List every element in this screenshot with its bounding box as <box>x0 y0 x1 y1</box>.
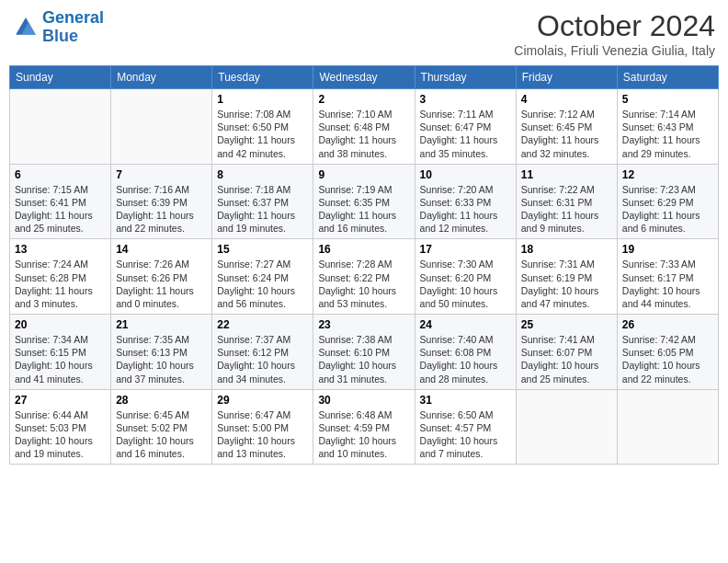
day-number: 9 <box>318 168 409 181</box>
calendar-cell: 6Sunrise: 7:15 AMSunset: 6:41 PMDaylight… <box>10 164 111 239</box>
day-number: 27 <box>15 394 106 407</box>
calendar-cell: 31Sunrise: 6:50 AMSunset: 4:57 PMDayligh… <box>415 389 516 465</box>
location-subtitle: Cimolais, Friuli Venezia Giulia, Italy <box>514 43 715 58</box>
column-header-saturday: Saturday <box>617 66 718 89</box>
day-number: 1 <box>217 93 308 106</box>
calendar-cell: 18Sunrise: 7:31 AMSunset: 6:19 PMDayligh… <box>516 239 617 315</box>
calendar-cell: 22Sunrise: 7:37 AMSunset: 6:12 PMDayligh… <box>212 315 313 390</box>
day-info: Sunrise: 7:08 AMSunset: 6:50 PMDaylight:… <box>217 108 308 160</box>
day-info: Sunrise: 6:47 AMSunset: 5:00 PMDaylight:… <box>217 408 308 461</box>
day-number: 13 <box>15 243 106 256</box>
calendar-cell: 21Sunrise: 7:35 AMSunset: 6:13 PMDayligh… <box>111 315 212 390</box>
day-number: 22 <box>217 318 308 331</box>
day-number: 21 <box>116 318 207 331</box>
day-number: 12 <box>622 168 713 181</box>
day-number: 19 <box>622 243 713 256</box>
calendar-cell: 14Sunrise: 7:26 AMSunset: 6:26 PMDayligh… <box>111 239 212 315</box>
calendar-cell: 3Sunrise: 7:11 AMSunset: 6:47 PMDaylight… <box>415 89 516 165</box>
calendar-cell: 8Sunrise: 7:18 AMSunset: 6:37 PMDaylight… <box>212 164 313 239</box>
logo-icon <box>13 15 39 40</box>
calendar-cell <box>617 389 718 465</box>
column-header-tuesday: Tuesday <box>212 66 313 89</box>
calendar-cell <box>111 89 212 165</box>
day-info: Sunrise: 7:37 AMSunset: 6:12 PMDaylight:… <box>217 333 308 385</box>
day-info: Sunrise: 7:18 AMSunset: 6:37 PMDaylight:… <box>217 183 308 236</box>
day-number: 3 <box>420 93 511 106</box>
month-title: October 2024 <box>514 9 715 43</box>
day-number: 30 <box>318 394 409 407</box>
logo: General Blue <box>13 9 104 46</box>
column-header-sunday: Sunday <box>10 66 111 89</box>
calendar-header-row: SundayMondayTuesdayWednesdayThursdayFrid… <box>10 66 719 89</box>
day-info: Sunrise: 6:45 AMSunset: 5:02 PMDaylight:… <box>116 408 207 461</box>
day-number: 24 <box>420 318 511 331</box>
column-header-thursday: Thursday <box>415 66 516 89</box>
calendar-cell: 9Sunrise: 7:19 AMSunset: 6:35 PMDaylight… <box>313 164 415 239</box>
calendar-week-row: 1Sunrise: 7:08 AMSunset: 6:50 PMDaylight… <box>10 89 719 165</box>
day-number: 10 <box>420 168 511 181</box>
calendar-cell: 30Sunrise: 6:48 AMSunset: 4:59 PMDayligh… <box>313 389 415 465</box>
calendar-cell: 19Sunrise: 7:33 AMSunset: 6:17 PMDayligh… <box>617 239 718 315</box>
day-info: Sunrise: 7:27 AMSunset: 6:24 PMDaylight:… <box>217 258 308 310</box>
day-number: 11 <box>521 168 612 181</box>
day-number: 14 <box>116 243 207 256</box>
day-info: Sunrise: 7:12 AMSunset: 6:45 PMDaylight:… <box>521 108 612 160</box>
day-info: Sunrise: 7:31 AMSunset: 6:19 PMDaylight:… <box>521 258 612 310</box>
column-header-friday: Friday <box>516 66 617 89</box>
day-number: 15 <box>217 243 308 256</box>
day-info: Sunrise: 6:50 AMSunset: 4:57 PMDaylight:… <box>420 408 511 461</box>
day-info: Sunrise: 7:19 AMSunset: 6:35 PMDaylight:… <box>318 183 409 236</box>
calendar-cell: 12Sunrise: 7:23 AMSunset: 6:29 PMDayligh… <box>617 164 718 239</box>
day-number: 5 <box>622 93 713 106</box>
day-info: Sunrise: 7:15 AMSunset: 6:41 PMDaylight:… <box>15 183 106 236</box>
calendar-cell: 20Sunrise: 7:34 AMSunset: 6:15 PMDayligh… <box>10 315 111 390</box>
calendar-cell: 15Sunrise: 7:27 AMSunset: 6:24 PMDayligh… <box>212 239 313 315</box>
calendar-cell: 27Sunrise: 6:44 AMSunset: 5:03 PMDayligh… <box>10 389 111 465</box>
day-info: Sunrise: 7:33 AMSunset: 6:17 PMDaylight:… <box>622 258 713 310</box>
calendar-cell: 10Sunrise: 7:20 AMSunset: 6:33 PMDayligh… <box>415 164 516 239</box>
day-number: 28 <box>116 394 207 407</box>
day-info: Sunrise: 7:35 AMSunset: 6:13 PMDaylight:… <box>116 333 207 385</box>
calendar-cell: 5Sunrise: 7:14 AMSunset: 6:43 PMDaylight… <box>617 89 718 165</box>
day-number: 2 <box>318 93 409 106</box>
logo-line2: Blue <box>42 27 78 45</box>
logo-text: General Blue <box>42 9 104 46</box>
day-info: Sunrise: 7:24 AMSunset: 6:28 PMDaylight:… <box>15 258 106 310</box>
calendar-week-row: 20Sunrise: 7:34 AMSunset: 6:15 PMDayligh… <box>10 315 719 390</box>
day-info: Sunrise: 7:40 AMSunset: 6:08 PMDaylight:… <box>420 333 511 385</box>
day-info: Sunrise: 7:28 AMSunset: 6:22 PMDaylight:… <box>318 258 409 310</box>
day-info: Sunrise: 7:22 AMSunset: 6:31 PMDaylight:… <box>521 183 612 236</box>
day-info: Sunrise: 7:38 AMSunset: 6:10 PMDaylight:… <box>318 333 409 385</box>
day-info: Sunrise: 7:42 AMSunset: 6:05 PMDaylight:… <box>622 333 713 385</box>
day-info: Sunrise: 7:20 AMSunset: 6:33 PMDaylight:… <box>420 183 511 236</box>
calendar-cell: 13Sunrise: 7:24 AMSunset: 6:28 PMDayligh… <box>10 239 111 315</box>
column-header-monday: Monday <box>111 66 212 89</box>
calendar-week-row: 13Sunrise: 7:24 AMSunset: 6:28 PMDayligh… <box>10 239 719 315</box>
calendar-cell: 11Sunrise: 7:22 AMSunset: 6:31 PMDayligh… <box>516 164 617 239</box>
calendar-cell: 26Sunrise: 7:42 AMSunset: 6:05 PMDayligh… <box>617 315 718 390</box>
day-number: 26 <box>622 318 713 331</box>
page-header: General Blue October 2024 Cimolais, Friu… <box>9 9 719 58</box>
calendar-week-row: 27Sunrise: 6:44 AMSunset: 5:03 PMDayligh… <box>10 389 719 465</box>
calendar-cell <box>516 389 617 465</box>
calendar-week-row: 6Sunrise: 7:15 AMSunset: 6:41 PMDaylight… <box>10 164 719 239</box>
day-info: Sunrise: 7:16 AMSunset: 6:39 PMDaylight:… <box>116 183 207 236</box>
day-info: Sunrise: 7:26 AMSunset: 6:26 PMDaylight:… <box>116 258 207 310</box>
calendar-cell: 25Sunrise: 7:41 AMSunset: 6:07 PMDayligh… <box>516 315 617 390</box>
day-info: Sunrise: 7:14 AMSunset: 6:43 PMDaylight:… <box>622 108 713 160</box>
calendar-table: SundayMondayTuesdayWednesdayThursdayFrid… <box>9 65 719 465</box>
day-number: 8 <box>217 168 308 181</box>
day-info: Sunrise: 7:23 AMSunset: 6:29 PMDaylight:… <box>622 183 713 236</box>
day-number: 17 <box>420 243 511 256</box>
calendar-cell: 23Sunrise: 7:38 AMSunset: 6:10 PMDayligh… <box>313 315 415 390</box>
day-number: 20 <box>15 318 106 331</box>
day-info: Sunrise: 6:44 AMSunset: 5:03 PMDaylight:… <box>15 408 106 461</box>
day-info: Sunrise: 7:11 AMSunset: 6:47 PMDaylight:… <box>420 108 511 160</box>
logo-line1: General <box>42 8 104 27</box>
calendar-cell: 7Sunrise: 7:16 AMSunset: 6:39 PMDaylight… <box>111 164 212 239</box>
calendar-cell: 24Sunrise: 7:40 AMSunset: 6:08 PMDayligh… <box>415 315 516 390</box>
column-header-wednesday: Wednesday <box>313 66 415 89</box>
title-block: October 2024 Cimolais, Friuli Venezia Gi… <box>514 9 715 58</box>
calendar-cell: 4Sunrise: 7:12 AMSunset: 6:45 PMDaylight… <box>516 89 617 165</box>
day-number: 16 <box>318 243 409 256</box>
